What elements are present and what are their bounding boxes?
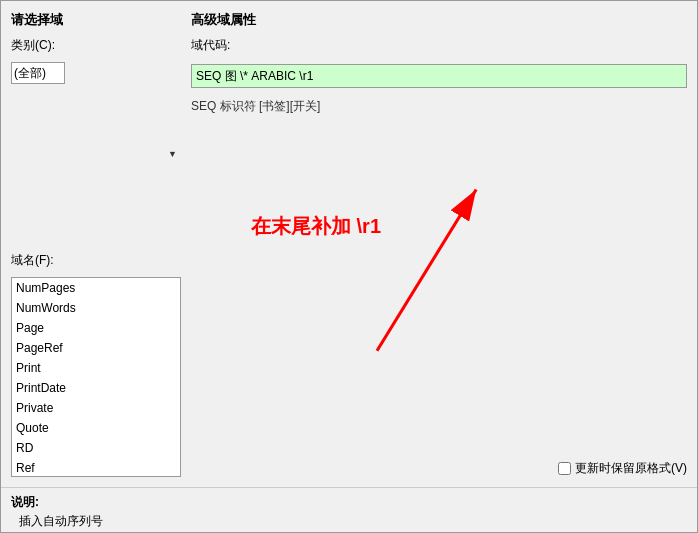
description-title: 说明: (11, 494, 687, 511)
field-list[interactable]: NumPagesNumWordsPagePageRefPrintPrintDat… (11, 277, 181, 477)
list-item[interactable]: Quote (12, 418, 180, 438)
field-code-preview: SEQ 标识符 [书签][开关] (191, 98, 687, 115)
list-item[interactable]: PageRef (12, 338, 180, 358)
description-text: 插入自动序列号 (19, 513, 687, 530)
list-item[interactable]: PrintDate (12, 378, 180, 398)
left-panel: 请选择域 类别(C): (全部) 域名(F): NumPagesNumWords… (11, 11, 181, 477)
dialog-window: 请选择域 类别(C): (全部) 域名(F): NumPagesNumWords… (0, 0, 698, 533)
list-item[interactable]: Print (12, 358, 180, 378)
right-panel-title: 高级域属性 (191, 11, 687, 29)
right-panel: 高级域属性 域代码: SEQ 标识符 [书签][开关] 在末尾补加 \r1 (191, 11, 687, 477)
annotation-text: 在末尾补加 \r1 (251, 213, 381, 240)
annotation-area: 在末尾补加 \r1 (191, 123, 687, 442)
preserve-format-label[interactable]: 更新时保留原格式(V) (575, 460, 687, 477)
preserve-format-row: 更新时保留原格式(V) (191, 450, 687, 477)
list-item[interactable]: Private (12, 398, 180, 418)
list-item[interactable]: Page (12, 318, 180, 338)
preserve-format-checkbox[interactable] (558, 462, 571, 475)
category-select[interactable]: (全部) (11, 62, 65, 84)
left-panel-title: 请选择域 (11, 11, 181, 29)
list-item[interactable]: RD (12, 438, 180, 458)
dialog-content: 请选择域 类别(C): (全部) 域名(F): NumPagesNumWords… (1, 1, 697, 487)
field-code-input[interactable] (191, 64, 687, 88)
category-select-wrapper[interactable]: (全部) (11, 62, 181, 246)
description-panel: 说明: 插入自动序列号 (1, 487, 697, 533)
category-label: 类别(C): (11, 37, 181, 54)
fields-label: 域名(F): (11, 252, 181, 269)
svg-line-1 (377, 190, 476, 351)
field-code-label: 域代码: (191, 37, 687, 54)
list-item[interactable]: NumWords (12, 298, 180, 318)
list-item[interactable]: Ref (12, 458, 180, 477)
list-item[interactable]: NumPages (12, 278, 180, 298)
annotation-arrow (191, 123, 687, 442)
